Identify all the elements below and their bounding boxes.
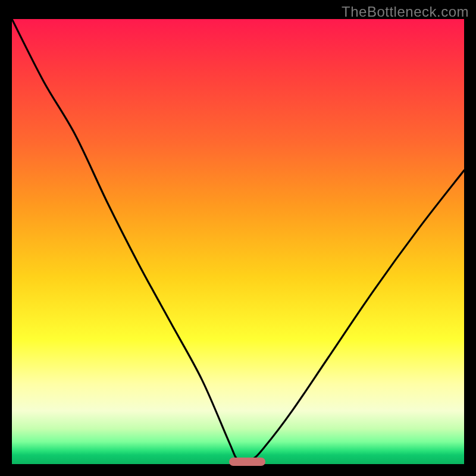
watermark-text: TheBottleneck.com	[342, 4, 469, 20]
optimal-marker	[229, 458, 265, 466]
bottleneck-curve	[12, 19, 464, 464]
chart-frame: TheBottleneck.com	[0, 0, 476, 476]
plot-area	[12, 19, 464, 464]
